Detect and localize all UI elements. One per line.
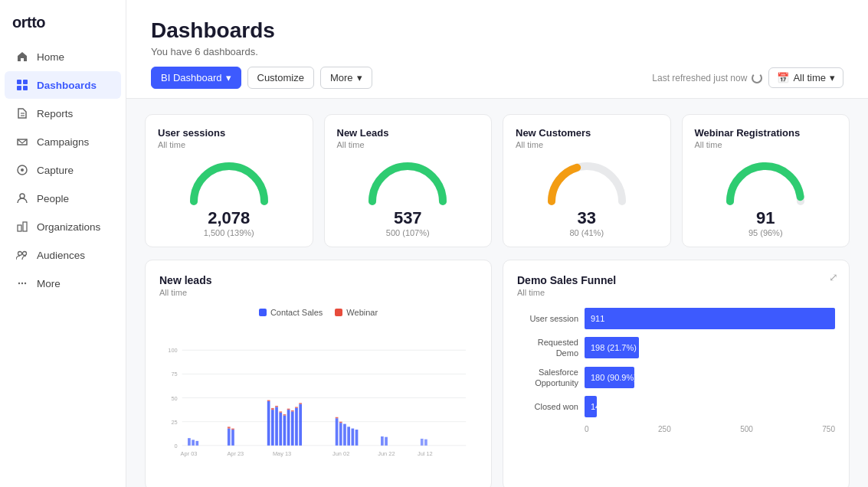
main-content: Dashboards You have 6 dashboards. BI Das… (126, 0, 868, 487)
metric-card-1: New Leads All time 537 500 (107%) (324, 114, 493, 247)
new-leads-period: All time (159, 288, 477, 297)
gauge-target: 1,500 (139%) (204, 228, 254, 237)
expand-icon[interactable]: ⤢ (829, 271, 838, 283)
funnel-bars: User session 911 Requested Demo 198 (21.… (517, 308, 835, 417)
gauge-value: 2,078 (208, 208, 250, 228)
svg-text:Jul 12: Jul 12 (418, 450, 433, 457)
metric-period: All time (516, 140, 658, 149)
svg-rect-29 (228, 429, 231, 446)
svg-text:100: 100 (168, 347, 177, 354)
svg-text:May 13: May 13 (273, 450, 291, 457)
gauge-container: 33 80 (41%) (516, 155, 658, 237)
sidebar-item-label-dashboards: Dashboards (37, 80, 97, 91)
sidebar-item-audiences[interactable]: Audiences (5, 241, 121, 269)
svg-rect-37 (283, 416, 287, 446)
gauge-svg (541, 155, 633, 205)
funnel-row-label: Closed won (517, 401, 578, 412)
sidebar-item-more[interactable]: More (5, 270, 121, 297)
chevron-down-icon: ▾ (830, 72, 835, 83)
svg-rect-26 (188, 438, 191, 446)
people-icon (15, 191, 29, 205)
sidebar-item-capture[interactable]: Capture (5, 156, 121, 184)
gauge-wrap (719, 155, 811, 205)
svg-rect-45 (279, 411, 282, 412)
legend-label: Webinar (346, 308, 378, 317)
svg-rect-2 (17, 86, 21, 90)
funnel-bar: 911 (585, 308, 835, 329)
sidebar-item-reports[interactable]: Reports (5, 100, 121, 127)
bar-chart: 100 75 50 25 0 (159, 325, 477, 481)
svg-rect-40 (295, 408, 298, 446)
svg-rect-51 (336, 418, 339, 446)
svg-rect-10 (23, 222, 27, 231)
sidebar-item-label-home: Home (37, 51, 64, 63)
date-range-button[interactable]: 📅 All time ▾ (768, 67, 843, 88)
logo: ortto (0, 0, 126, 39)
refresh-icon[interactable] (752, 73, 762, 83)
funnel-bar-value: 14 (7.8%) (591, 402, 627, 411)
funnel-period: All time (517, 288, 835, 297)
svg-point-7 (21, 168, 24, 172)
svg-rect-28 (195, 441, 198, 446)
sidebar-item-people[interactable]: People (5, 185, 121, 212)
svg-point-15 (25, 283, 26, 284)
gauge-value: 537 (394, 208, 422, 228)
toolbar: BI Dashboard ▾ Customize More ▾ Last ref… (151, 57, 843, 98)
svg-rect-39 (291, 411, 294, 445)
sidebar-item-home[interactable]: Home (5, 43, 121, 70)
gauge-value: 33 (578, 208, 596, 228)
svg-rect-57 (336, 417, 339, 418)
gauge-svg (719, 155, 811, 205)
legend-color (335, 309, 342, 316)
svg-rect-59 (381, 436, 384, 446)
sidebar-item-campaigns[interactable]: Campaigns (5, 128, 121, 155)
metric-period: All time (337, 140, 480, 149)
metric-card-3: Webinar Registrations All time 91 95 (96… (682, 114, 850, 247)
sidebar-item-label-organizations: Organizations (37, 221, 100, 233)
chart-legend: Contact SalesWebinar (159, 308, 477, 317)
sidebar-item-dashboards[interactable]: Dashboards (5, 71, 121, 99)
new-leads-title: New leads (159, 274, 477, 286)
sidebar-item-label-more: More (37, 278, 61, 289)
dashboard-content: User sessions All time 2,078 1,500 (139%… (126, 99, 868, 487)
svg-rect-47 (287, 409, 290, 410)
chevron-down-icon: ▾ (226, 72, 231, 83)
funnel-bar: 14 (7.8%) (585, 396, 597, 417)
svg-text:25: 25 (171, 419, 177, 426)
reports-icon (15, 106, 29, 120)
funnel-row-2: Salesforce Opportunity 180 (90.9%) (517, 367, 835, 389)
svg-text:75: 75 (171, 371, 177, 378)
svg-rect-62 (424, 440, 427, 446)
customize-button[interactable]: Customize (247, 67, 314, 89)
calendar-icon: 📅 (777, 72, 789, 83)
svg-text:Apr 23: Apr 23 (227, 450, 244, 457)
capture-icon (15, 163, 29, 177)
svg-rect-49 (295, 407, 298, 407)
funnel-bar: 180 (90.9%) (585, 367, 634, 388)
sidebar-nav: HomeDashboardsReportsCampaignsCapturePeo… (0, 39, 126, 487)
funnel-bar-wrap: 911 (585, 308, 835, 329)
svg-rect-43 (271, 408, 274, 410)
svg-rect-55 (351, 429, 354, 446)
metric-title: Webinar Registrations (695, 127, 837, 139)
svg-rect-44 (275, 406, 278, 407)
svg-text:Jun 02: Jun 02 (332, 450, 349, 457)
funnel-bar-wrap: 14 (7.8%) (585, 396, 835, 417)
chart-row: New leads All time Contact SalesWebinar (145, 260, 850, 487)
legend-color (259, 309, 267, 316)
bi-dashboard-button[interactable]: BI Dashboard ▾ (151, 67, 241, 89)
more-button[interactable]: More ▾ (320, 67, 372, 89)
svg-rect-30 (231, 430, 234, 446)
sidebar-item-organizations[interactable]: Organizations (5, 213, 121, 240)
axis-label: 250 (658, 425, 671, 433)
svg-rect-1 (23, 80, 28, 84)
funnel-chart-card: ⤢ Demo Sales Funnel All time User sessio… (503, 260, 850, 487)
gauge-container: 91 95 (96%) (695, 155, 837, 237)
funnel-bar-wrap: 198 (21.7%) (585, 337, 835, 358)
gauge-target: 500 (107%) (386, 228, 430, 237)
funnel-title: Demo Sales Funnel (517, 274, 835, 286)
svg-rect-48 (291, 410, 294, 411)
legend-item: Webinar (335, 308, 378, 317)
funnel-bar-value: 180 (90.9%) (591, 373, 637, 382)
svg-point-13 (18, 283, 20, 284)
